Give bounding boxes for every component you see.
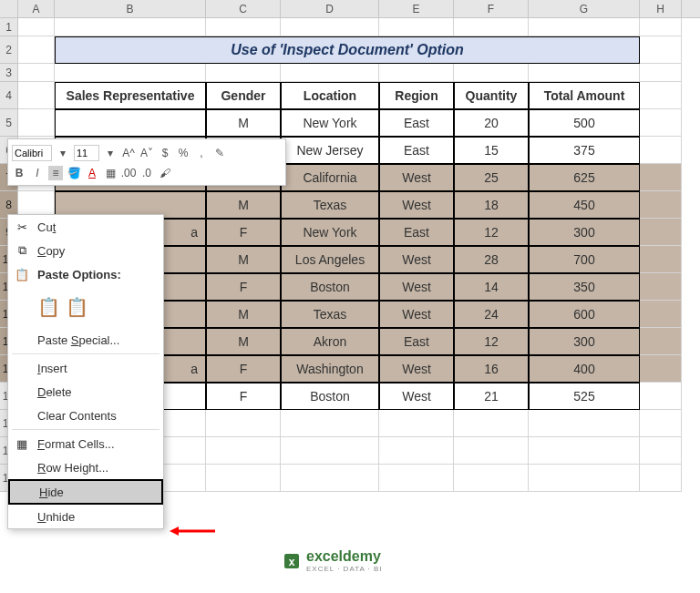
table-cell[interactable]: Los Angeles <box>281 246 379 273</box>
table-cell[interactable]: M <box>206 301 281 328</box>
table-cell[interactable]: 28 <box>454 246 529 273</box>
decrease-font-icon[interactable]: A˅ <box>139 146 154 160</box>
fill-color-icon[interactable]: 🪣 <box>67 166 81 180</box>
menu-unhide[interactable]: Unhide <box>8 505 163 528</box>
col-G[interactable]: G <box>529 0 640 17</box>
table-cell[interactable]: 14 <box>454 273 529 301</box>
table-cell[interactable]: Texas <box>281 301 379 328</box>
col-D[interactable]: D <box>281 0 379 17</box>
table-cell[interactable]: 18 <box>454 191 529 219</box>
increase-decimal-icon[interactable]: .00 <box>121 166 136 180</box>
table-cell[interactable]: New York <box>281 109 379 137</box>
font-color-icon[interactable]: A <box>85 166 99 180</box>
decrease-decimal-icon[interactable]: .0 <box>139 166 154 180</box>
title-cell: Use of 'Inspect Document' Option <box>55 36 640 64</box>
bold-icon[interactable]: B <box>12 166 26 180</box>
paste-icon[interactable]: 📋 <box>37 296 60 318</box>
menu-row-height[interactable]: Row Height... <box>8 455 163 479</box>
col-F[interactable]: F <box>454 0 529 17</box>
currency-icon[interactable]: $ <box>158 146 172 160</box>
table-cell[interactable]: West <box>379 246 454 273</box>
border-icon[interactable]: ▦ <box>103 166 118 180</box>
col-C[interactable]: C <box>206 0 281 17</box>
align-icon[interactable]: ≡ <box>48 166 63 180</box>
table-cell[interactable]: New York <box>281 219 379 246</box>
table-cell[interactable]: Akron <box>281 328 379 355</box>
mini-toolbar[interactable]: ▾ ▾ A^ A˅ $ % , ✎ B I ≡ 🪣 A ▦ .00 .0 🖌 <box>7 138 286 186</box>
table-cell[interactable]: F <box>206 273 281 301</box>
table-cell[interactable]: 300 <box>529 219 640 246</box>
table-cell[interactable]: Boston <box>281 273 379 301</box>
paste-values-icon[interactable]: 📋 <box>66 296 88 318</box>
menu-delete[interactable]: Delete <box>8 380 163 404</box>
table-cell[interactable]: 25 <box>454 164 529 191</box>
table-cell[interactable]: 625 <box>529 164 640 191</box>
italic-icon[interactable]: I <box>30 166 45 180</box>
menu-hide[interactable]: Hide <box>8 479 163 505</box>
table-cell[interactable]: F <box>206 383 281 410</box>
font-dropdown-icon[interactable]: ▾ <box>56 146 70 160</box>
row-3[interactable]: 3 <box>0 64 18 82</box>
table-cell[interactable]: West <box>379 355 454 383</box>
table-cell[interactable]: 16 <box>454 355 529 383</box>
menu-cut[interactable]: ✂Cut <box>8 215 163 239</box>
col-E[interactable]: E <box>379 0 454 17</box>
menu-copy[interactable]: ⧉Copy <box>8 239 163 262</box>
menu-insert[interactable]: Insert <box>8 356 163 380</box>
table-cell[interactable]: 375 <box>529 137 640 164</box>
table-cell[interactable]: Washington <box>281 355 379 383</box>
table-cell[interactable]: 450 <box>529 191 640 219</box>
table-cell[interactable] <box>55 109 206 137</box>
table-cell[interactable]: F <box>206 219 281 246</box>
table-cell[interactable]: 300 <box>529 328 640 355</box>
menu-paste-special[interactable]: Paste Special... <box>8 328 163 352</box>
col-B[interactable]: B <box>55 0 206 17</box>
table-cell[interactable]: M <box>206 109 281 137</box>
table-cell[interactable]: F <box>206 355 281 383</box>
row-2[interactable]: 2 <box>0 36 18 64</box>
row-1[interactable]: 1 <box>0 18 18 36</box>
brush-icon[interactable]: 🖌 <box>158 166 172 180</box>
table-cell[interactable]: East <box>379 137 454 164</box>
menu-clear-contents[interactable]: Clear Contents <box>8 404 163 427</box>
comma-icon[interactable]: , <box>194 146 209 160</box>
table-cell[interactable]: 15 <box>454 137 529 164</box>
table-cell[interactable]: M <box>206 328 281 355</box>
table-cell[interactable]: West <box>379 301 454 328</box>
table-cell[interactable]: 350 <box>529 273 640 301</box>
table-cell[interactable]: West <box>379 164 454 191</box>
table-cell[interactable]: West <box>379 383 454 410</box>
size-dropdown-icon[interactable]: ▾ <box>103 146 118 160</box>
table-cell[interactable]: M <box>206 246 281 273</box>
table-cell[interactable]: East <box>379 109 454 137</box>
table-cell[interactable]: East <box>379 328 454 355</box>
font-size-input[interactable] <box>74 145 99 161</box>
row-5[interactable]: 5 <box>0 109 18 137</box>
table-cell[interactable]: 21 <box>454 383 529 410</box>
font-name-input[interactable] <box>12 145 52 161</box>
table-cell[interactable]: 525 <box>529 383 640 410</box>
table-cell[interactable]: 600 <box>529 301 640 328</box>
row-4[interactable]: 4 <box>0 82 18 109</box>
table-cell[interactable]: West <box>379 191 454 219</box>
table-cell[interactable]: Boston <box>281 383 379 410</box>
table-cell[interactable]: 12 <box>454 328 529 355</box>
col-H[interactable]: H <box>640 0 682 17</box>
table-cell[interactable]: 500 <box>529 109 640 137</box>
table-cell[interactable]: 700 <box>529 246 640 273</box>
table-cell[interactable]: 12 <box>454 219 529 246</box>
table-cell[interactable]: East <box>379 219 454 246</box>
table-cell[interactable]: 400 <box>529 355 640 383</box>
table-cell[interactable]: 20 <box>454 109 529 137</box>
percent-icon[interactable]: % <box>176 146 190 160</box>
table-cell[interactable]: Texas <box>281 191 379 219</box>
table-cell[interactable]: 24 <box>454 301 529 328</box>
table-cell[interactable]: New Jersey <box>281 137 379 164</box>
increase-font-icon[interactable]: A^ <box>121 146 136 160</box>
col-A[interactable]: A <box>18 0 55 17</box>
menu-format-cells[interactable]: ▦Format Cells... <box>8 432 163 455</box>
table-cell[interactable]: M <box>206 191 281 219</box>
format-painter-icon[interactable]: ✎ <box>212 146 227 160</box>
table-cell[interactable]: West <box>379 273 454 301</box>
table-cell[interactable]: California <box>281 164 379 191</box>
